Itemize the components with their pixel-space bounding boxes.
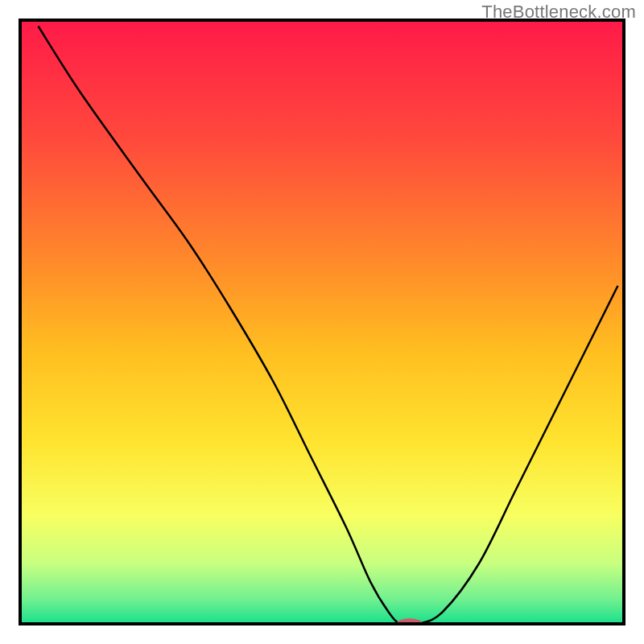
plot-background <box>20 20 624 624</box>
chart-svg <box>0 0 644 644</box>
watermark-text: TheBottleneck.com <box>481 2 636 23</box>
chart-container: TheBottleneck.com <box>0 0 644 644</box>
